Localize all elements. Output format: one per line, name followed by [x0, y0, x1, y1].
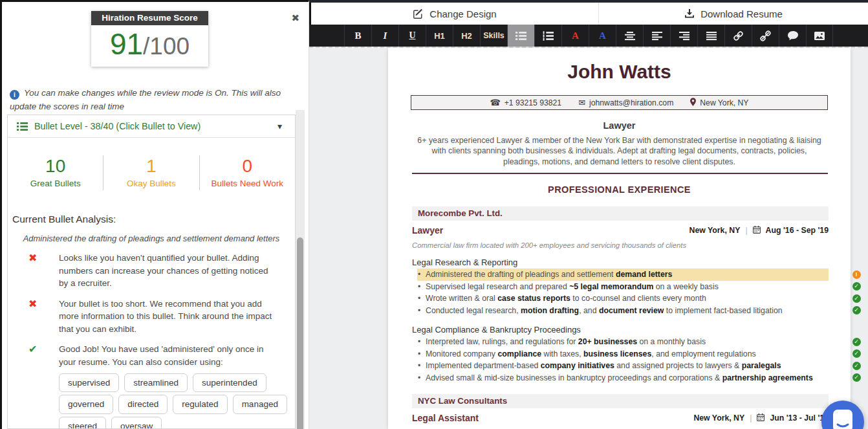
bullet-text-segment: Wrote written & oral — [426, 294, 497, 303]
suggestion-chip[interactable]: oversaw — [111, 417, 162, 429]
change-design-button[interactable]: Change Design — [309, 3, 599, 25]
envelope-icon: ✉ — [578, 98, 585, 107]
resume-page[interactable]: John Watts ☎ +1 93215 93821 ✉ johnwatts@… — [388, 48, 851, 429]
bullet-text-segment: Supervised legal research and prepared — [426, 282, 569, 291]
calendar-icon — [757, 413, 765, 423]
suggestion-chip[interactable]: managed — [233, 395, 287, 414]
contact-location[interactable]: New York, NY — [690, 98, 748, 108]
panel-scrollbar-track[interactable] — [296, 110, 305, 429]
bullet-counts: 10Great Bullets1Okay Bullets0Bullets Nee… — [8, 155, 295, 190]
role-dates[interactable]: Aug '16 - Sep '19 — [766, 226, 829, 235]
resume-bullet[interactable]: •Monitored company compliance with taxes… — [417, 348, 829, 360]
toolbar-link-button[interactable] — [724, 25, 752, 47]
suggestion-chip[interactable]: streamlined — [124, 373, 188, 393]
bold-label: B — [354, 30, 361, 41]
bullet-ok-badge: ✓ — [852, 306, 861, 314]
skills-label: Skills — [483, 31, 505, 40]
analysis-item-text: Good Job! You have used 'administered' o… — [59, 343, 272, 429]
bullet-group-heading[interactable]: Legal Compliance & Bankruptcy Proceeding… — [412, 325, 581, 335]
toolbar-skills-button[interactable]: Skills — [480, 25, 507, 47]
review-info-note: iYou can make changes while the review m… — [10, 87, 304, 114]
toolbar-numbered-list-button[interactable] — [534, 25, 561, 47]
bullet-level-header[interactable]: Bullet Level - 38/40 (Click Bullet to Vi… — [8, 115, 295, 138]
bullet-text-segment: demand letters — [616, 270, 672, 279]
role-title[interactable]: Legal Assistant — [412, 413, 479, 423]
resume-name[interactable]: John Watts — [388, 61, 851, 83]
download-resume-button[interactable]: Download Resume — [599, 3, 868, 25]
toolbar-image-button[interactable] — [806, 25, 833, 47]
toolbar-font-color-red-button[interactable]: A — [561, 25, 589, 47]
bullet-text-segment: and assigned projects to lawyers & — [614, 361, 742, 370]
email-value: johnwatts@hiration.com — [589, 98, 673, 107]
contact-phone[interactable]: ☎ +1 93215 93821 — [490, 98, 561, 107]
location-value: New York, NY — [700, 98, 748, 107]
chevron-down-icon[interactable]: ▾ — [277, 121, 282, 131]
toolbar-font-color-blue-button[interactable]: A — [589, 25, 616, 47]
link-icon — [733, 30, 744, 41]
suggestion-chip[interactable]: superintended — [193, 373, 266, 393]
count-label: Okay Bullets — [103, 179, 199, 188]
company-description[interactable]: Commercial law firm located with 200+ em… — [412, 241, 686, 249]
bullet-text-segment: ~5 legal memorandum — [569, 282, 653, 291]
section-heading[interactable]: PROFESSIONAL EXPERIENCE — [388, 184, 851, 195]
role-row: Legal Assistant New York, NY | Jun '13 -… — [412, 413, 829, 423]
resume-bullet[interactable]: •Administered the drafting of pleadings … — [417, 269, 829, 281]
role-dates[interactable]: Jun '13 - Jul '17 — [770, 413, 829, 423]
toolbar-h1-button[interactable]: H1 — [426, 25, 453, 47]
toolbar-bullet-list-button[interactable] — [507, 25, 534, 47]
bullet-list: •Interpreted law, rulings, and regulatio… — [417, 336, 829, 384]
bullet-text-segment: case status reports — [497, 294, 570, 303]
resume-bullet[interactable]: •Interpreted law, rulings, and regulatio… — [417, 336, 829, 348]
bullet-text-segment: , and — [579, 306, 599, 315]
suggestion-chip[interactable]: regulated — [173, 395, 227, 414]
role-location[interactable]: New York, NY — [689, 226, 741, 235]
resume-summary[interactable]: 6+ years experienced Lawyer & member of … — [413, 135, 826, 167]
phone-value: +1 93215 93821 — [505, 98, 561, 107]
toolbar-align-justify-button[interactable] — [697, 25, 724, 47]
suggestion-chip[interactable]: steered — [59, 417, 106, 429]
bullet-dot: • — [418, 281, 420, 293]
resume-bullet[interactable]: •Implemented department-based company in… — [417, 360, 829, 372]
role-location[interactable]: New York, NY — [693, 413, 744, 423]
toolbar-align-center-button[interactable] — [616, 25, 643, 47]
analysis-item-text: Your bullet is too short. We recommend t… — [59, 298, 272, 336]
toolbar-comment-button[interactable] — [779, 25, 806, 47]
resume-contact-bar[interactable]: ☎ +1 93215 93821 ✉ johnwatts@hiration.co… — [411, 95, 828, 110]
h2-label: H2 — [461, 31, 472, 41]
badge-slot: ✓ — [851, 360, 862, 372]
bullet-group-heading[interactable]: Legal Research & Reporting — [412, 258, 517, 267]
bullet-dot: • — [418, 336, 420, 348]
score-card: Hiration Resume Score 91 /100 — [91, 11, 208, 67]
resume-bullet[interactable]: •Conducted legal research, motion drafti… — [417, 305, 829, 317]
bullet-ok-badge: ✓ — [852, 282, 861, 291]
company-band[interactable]: NYC Law Consultants — [412, 394, 829, 408]
toolbar-unlink-button[interactable] — [752, 25, 779, 47]
company-band[interactable]: Morecombe Pvt. Ltd. — [412, 206, 829, 221]
toolbar-h2-button[interactable]: H2 — [453, 25, 480, 47]
close-icon[interactable]: ✖ — [291, 12, 299, 24]
bullet-text-segment: , and employment regulations — [651, 349, 755, 358]
download-resume-label: Download Resume — [700, 8, 783, 19]
toolbar-italic-button[interactable]: I — [371, 25, 398, 47]
suggestion-chip[interactable]: directed — [118, 395, 168, 414]
resume-job-title[interactable]: Lawyer — [388, 120, 851, 131]
analysis-text: Looks like you haven't quantified your b… — [59, 252, 272, 290]
toolbar-bold-button[interactable]: B — [344, 25, 371, 47]
bullet-dot: • — [418, 360, 420, 372]
role-title[interactable]: Lawyer — [412, 225, 443, 236]
cross-icon: ✖ — [28, 298, 43, 336]
suggestion-chip[interactable]: supervised — [59, 373, 119, 393]
bullet-text-segment: 20+ businesses — [578, 337, 637, 346]
resume-bullet[interactable]: •Advised small & mid-size businesses in … — [417, 372, 829, 384]
resume-bullet[interactable]: •Supervised legal research and prepared … — [417, 281, 829, 293]
suggestion-chip[interactable]: governed — [59, 395, 113, 414]
align-right-icon — [679, 31, 689, 41]
contact-email[interactable]: ✉ johnwatts@hiration.com — [578, 98, 673, 107]
toolbar-align-right-button[interactable] — [670, 25, 697, 47]
panel-scrollbar-thumb[interactable] — [297, 237, 303, 429]
toolbar-align-left-button[interactable] — [643, 25, 670, 47]
numbered-list-icon — [543, 31, 554, 41]
resume-bullet[interactable]: •Wrote written & oral case status report… — [417, 292, 829, 305]
toolbar-underline-button[interactable]: U — [398, 25, 426, 47]
badge-slot: ✓ — [851, 305, 862, 317]
